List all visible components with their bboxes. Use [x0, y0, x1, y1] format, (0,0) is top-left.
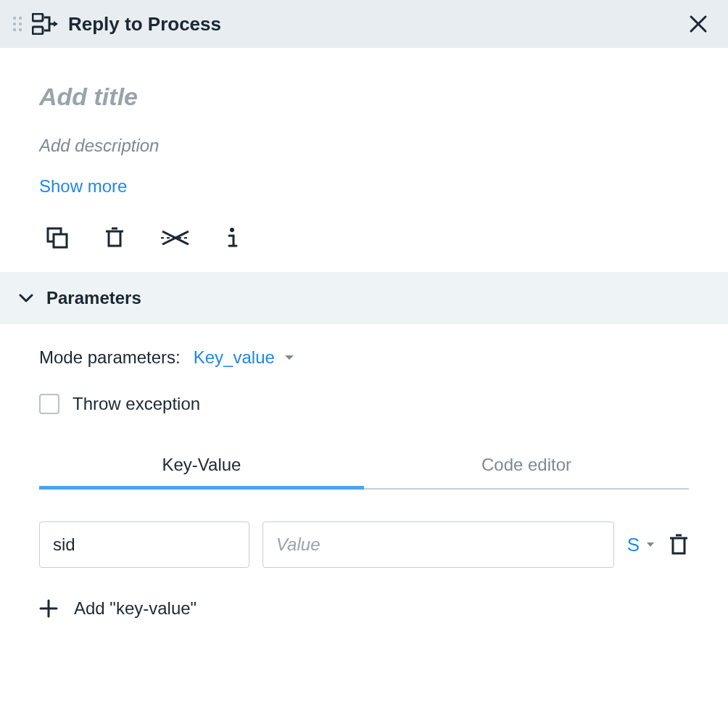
cut-icon [161, 228, 190, 247]
close-button[interactable] [684, 10, 712, 38]
copy-button[interactable] [46, 227, 68, 249]
info-button[interactable] [226, 227, 238, 249]
caret-down-icon [645, 541, 655, 548]
content-top: Show more [0, 48, 728, 272]
title-input[interactable] [39, 83, 689, 111]
action-row [39, 227, 689, 249]
delete-button[interactable] [104, 227, 125, 249]
parameters-section-label: Parameters [46, 288, 141, 308]
throw-exception-label: Throw exception [73, 394, 200, 414]
kv-type-select[interactable]: S [627, 534, 655, 556]
tab-code-editor[interactable]: Code editor [364, 443, 689, 490]
plus-icon [39, 599, 58, 618]
header-bar: Reply to Process [0, 0, 728, 48]
mode-parameters-select[interactable]: Key_value [194, 347, 295, 368]
add-key-value-button[interactable]: Add "key-value" [39, 598, 689, 619]
params-tabs: Key-Value Code editor [39, 443, 689, 490]
svg-rect-1 [33, 27, 43, 34]
trash-icon [104, 227, 125, 249]
kv-delete-button[interactable] [669, 533, 689, 556]
kv-row: S [39, 521, 689, 568]
parameters-section-body: Mode parameters: Key_value Throw excepti… [0, 324, 728, 648]
show-more-link[interactable]: Show more [39, 176, 127, 197]
caret-down-icon [284, 353, 295, 362]
throw-exception-row: Throw exception [39, 394, 689, 414]
kv-key-input[interactable] [39, 521, 249, 568]
add-key-value-label: Add "key-value" [74, 598, 197, 619]
reply-to-process-icon [32, 13, 58, 35]
close-icon [689, 15, 708, 33]
info-icon [226, 227, 238, 249]
mode-parameters-label: Mode parameters: [39, 347, 181, 368]
svg-rect-3 [54, 234, 67, 247]
mode-parameters-row: Mode parameters: Key_value [39, 347, 689, 368]
panel: Reply to Process Show more [0, 0, 728, 718]
mode-parameters-value: Key_value [194, 347, 275, 368]
svg-point-4 [230, 228, 234, 232]
header-title: Reply to Process [68, 13, 221, 36]
parameters-section-header[interactable]: Parameters [0, 272, 728, 324]
cut-button[interactable] [161, 228, 190, 247]
trash-icon [669, 533, 689, 556]
throw-exception-checkbox[interactable] [39, 394, 59, 414]
kv-value-input[interactable] [262, 521, 614, 568]
drag-handle-icon[interactable] [13, 17, 22, 31]
kv-type-value: S [627, 534, 640, 556]
svg-rect-0 [33, 14, 43, 21]
tab-key-value[interactable]: Key-Value [39, 443, 364, 490]
copy-icon [46, 227, 68, 249]
description-input[interactable] [39, 136, 689, 156]
chevron-down-icon [19, 293, 33, 303]
